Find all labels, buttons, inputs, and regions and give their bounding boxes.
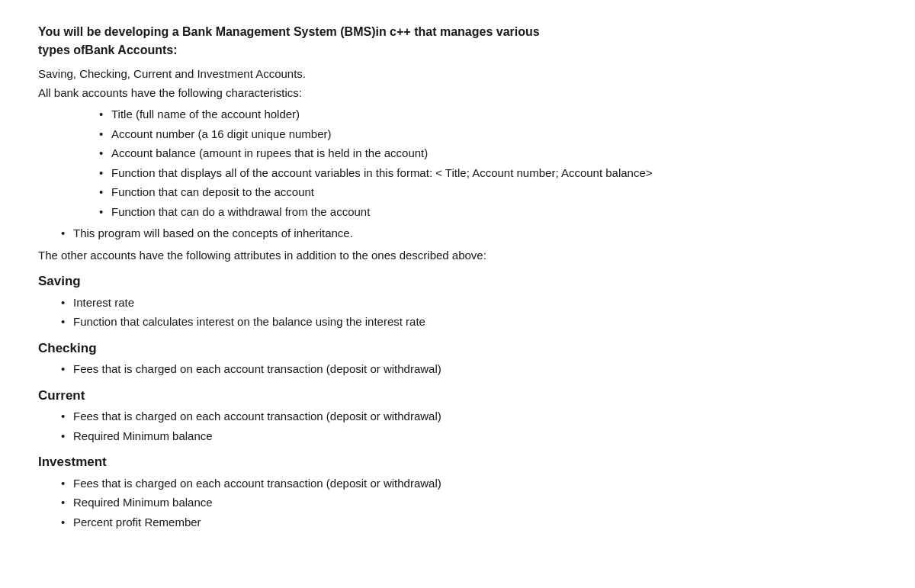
bullet-inheritance: This program will based on the concepts … (61, 225, 877, 243)
bullet-withdrawal-function: Function that can do a withdrawal from t… (99, 204, 877, 221)
investment-bullet-0: Fees that is charged on each account tra… (61, 475, 877, 493)
intro-line1: Saving, Checking, Current and Investment… (38, 66, 877, 83)
bullet-display-function: Function that displays all of the accoun… (99, 165, 877, 182)
saving-bullet-1: Function that calculates interest on the… (61, 313, 877, 331)
main-content: You will be developing a Bank Management… (38, 23, 877, 531)
checking-bullets: Fees that is charged on each account tra… (61, 361, 877, 378)
bullet-title: Title (full name of the account holder) (99, 106, 877, 124)
checking-heading: Checking (38, 339, 877, 358)
inner-bullet-list: Title (full name of the account holder) … (99, 106, 877, 220)
investment-bullets: Fees that is charged on each account tra… (61, 475, 877, 532)
current-bullets: Fees that is charged on each account tra… (61, 408, 877, 445)
saving-section: Saving Interest rate Function that calcu… (38, 272, 877, 331)
checking-section: Checking Fees that is charged on each ac… (38, 339, 877, 378)
inheritance-bullet-list: This program will based on the concepts … (61, 225, 877, 243)
saving-bullet-0: Interest rate (61, 294, 877, 312)
saving-bullets: Interest rate Function that calculates i… (61, 294, 877, 331)
checking-bullet-0: Fees that is charged on each account tra… (61, 361, 877, 378)
main-title: You will be developing a Bank Management… (38, 23, 877, 59)
bullet-deposit-function: Function that can deposit to the account (99, 184, 877, 201)
investment-bullet-2: Percent profit Remember (61, 514, 877, 532)
intro-line2: All bank accounts have the following cha… (38, 85, 877, 102)
current-bullet-0: Fees that is charged on each account tra… (61, 408, 877, 426)
current-bullet-1: Required Minimum balance (61, 428, 877, 445)
investment-section: Investment Fees that is charged on each … (38, 452, 877, 531)
current-heading: Current (38, 386, 877, 406)
bullet-account-balance: Account balance (amount in rupees that i… (99, 145, 877, 162)
current-section: Current Fees that is charged on each acc… (38, 386, 877, 445)
bullet-account-number: Account number (a 16 digit unique number… (99, 126, 877, 143)
investment-heading: Investment (38, 452, 877, 472)
saving-heading: Saving (38, 272, 877, 291)
other-accounts-text: The other accounts have the following at… (38, 247, 877, 265)
investment-bullet-1: Required Minimum balance (61, 494, 877, 512)
